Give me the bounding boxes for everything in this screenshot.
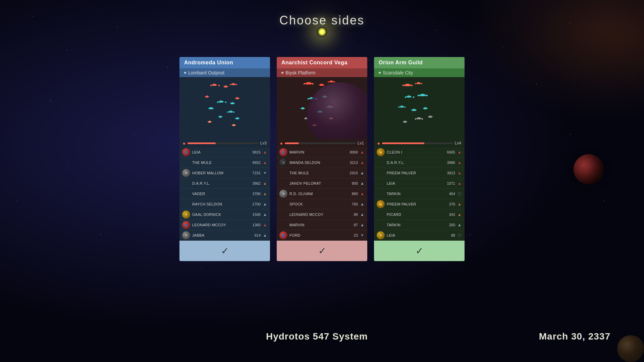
star-glow [317,27,327,37]
ship-icon: ▲ [360,150,365,155]
svg-rect-102 [413,97,414,98]
avatar [182,179,190,187]
orion-bar-fill [382,142,424,144]
svg-rect-123 [422,118,423,120]
svg-rect-24 [231,102,233,103]
card-anarchist[interactable]: Anarchist Concord Vega Biysk Platform [277,57,367,261]
svg-rect-129 [429,117,432,118]
svg-rect-12 [236,84,237,85]
svg-rect-4 [218,85,220,86]
ship-icon: ▲ [457,181,462,186]
ship-icon: ▲ [263,181,267,186]
svg-rect-37 [219,117,222,118]
svg-rect-68 [302,107,304,108]
svg-rect-30 [230,111,232,111]
andromeda-bar-fill [187,142,216,144]
avatar [377,210,385,219]
avatar: 👑 [377,148,385,156]
ship-icon: ▲ [263,160,267,165]
svg-rect-92 [411,85,413,86]
anarchist-select-button[interactable]: ✓ [277,241,367,261]
card-orion[interactable]: Orion Arm Guild Scarsdale City [374,57,465,261]
orion-players: 👑 CLEON I 6665 ▲ D.A.R.Y.L. 3886 ▲ PREEM… [374,147,465,241]
svg-rect-70 [301,109,304,109]
svg-rect-79 [305,117,307,118]
table-row: THE MULE 2915 ▲ [277,168,367,178]
svg-rect-11 [230,84,231,85]
svg-rect-100 [407,97,411,98]
table-row: ⚙ R.D. OLIVAW 880 ▲ [277,189,367,199]
anarchist-battle-area [277,77,367,139]
svg-rect-93 [418,82,420,83]
subheader-dot [281,72,283,74]
svg-rect-23 [225,102,226,103]
andromeda-header: Andromeda Union [179,57,270,68]
avatar [279,200,287,208]
svg-rect-106 [418,95,420,96]
orion-header: Orion Arm Guild [374,57,465,68]
ship-icon: ⬡ [457,191,462,196]
orion-ships-svg [374,77,465,139]
ship-icon: ▲ [263,150,267,155]
svg-rect-36 [218,116,222,117]
svg-rect-14 [205,96,209,97]
avatar: ⚙ [279,190,287,198]
orion-level-bar: ◆ Lv4 [374,139,465,147]
table-row: ⚙ JABBA 614 ▲ [179,230,270,241]
svg-rect-9 [231,84,236,84]
anarchist-players: 👤 MARVIN 8069 ▲ ☠ WANDA SELDON 3213 ▲ TH… [277,147,367,241]
andromeda-players: 👤 LEIA 9815 ▲ THE MULE 9652 ▲ ⚙ HOBER MA… [179,147,270,241]
anarchist-subheader: Biysk Platform [277,68,367,77]
avatar [377,169,385,177]
svg-rect-91 [402,85,404,86]
ship-icon: ▲ [263,202,267,206]
ship-icon: ▲ [360,181,365,186]
svg-rect-57 [330,82,333,82]
table-row: LEONARD MCCOY 89 ▲ [277,209,367,220]
svg-rect-96 [415,83,416,84]
svg-rect-35 [220,116,221,116]
svg-rect-101 [405,97,406,98]
ship-icon: ▲ [457,223,462,227]
svg-rect-33 [227,112,228,113]
svg-rect-18 [236,99,239,99]
svg-rect-121 [417,119,421,119]
table-row: 👤 FORD 23 ▼ [277,230,367,241]
svg-rect-2 [212,85,216,86]
svg-rect-89 [404,84,411,85]
svg-rect-5 [225,85,227,86]
diamond-icon: ◆ [183,141,185,145]
svg-rect-20 [218,101,224,102]
diamond-icon: ◆ [377,141,380,145]
svg-rect-117 [423,108,428,109]
ship-icon: ⬡ [457,233,462,238]
ship-icon: ▲ [457,160,462,165]
svg-rect-40 [236,119,239,119]
svg-rect-128 [428,116,433,117]
table-row: ⚙ HOBER MALLOW 7231 ✦ [179,168,270,178]
table-row: THE MULE 9652 ▲ [179,158,270,168]
table-row: PREEM PALVER 3813 ▲ [374,168,465,178]
svg-rect-1 [212,84,217,85]
andromeda-select-button[interactable]: ✓ [179,241,270,261]
subheader-dot [184,72,186,74]
avatar: ⚙ [182,231,190,239]
orion-bar [382,142,453,144]
svg-rect-104 [420,95,426,96]
svg-rect-56 [329,81,334,82]
ship-icon: ▲ [360,191,365,196]
table-row: TARKIN 260 ▲ [374,220,465,230]
avatar: 👤 [182,148,190,156]
avatar: ⚙ [182,169,190,177]
svg-rect-99 [406,96,412,97]
svg-rect-55 [330,80,332,81]
avatar: 👤 [279,231,287,239]
orion-select-button[interactable]: ✓ [374,241,465,261]
system-name: Hydrotos 547 System [266,331,368,342]
ship-icon: ▼ [360,233,365,238]
table-row: D.A.R.Y.L. 3886 ▲ [374,158,465,168]
avatar [279,221,287,229]
svg-rect-109 [399,106,404,107]
card-andromeda[interactable]: Andromeda Union Lombard Outpost [179,57,270,261]
andromeda-level-bar: ◆ Lv3 [179,139,270,147]
